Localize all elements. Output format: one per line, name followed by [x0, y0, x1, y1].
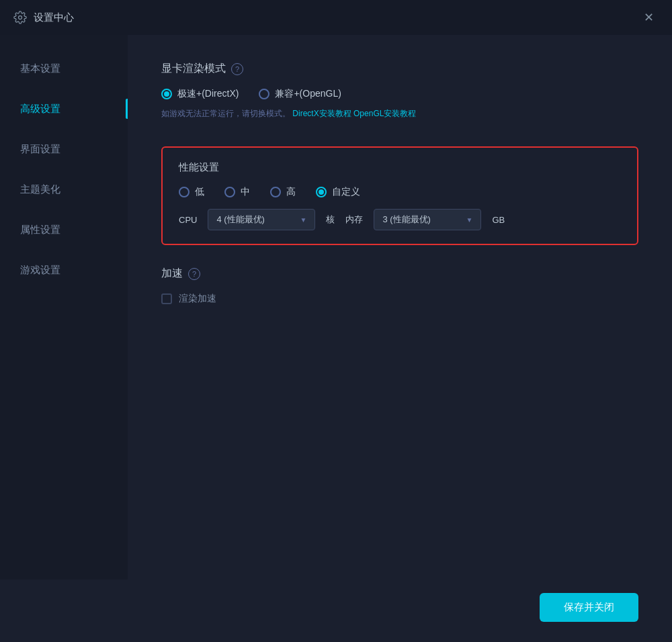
window: 设置中心 ✕ 基本设置 高级设置 界面设置 主题美化 属性设置 游戏设置	[0, 0, 672, 642]
sidebar-item-interface[interactable]: 界面设置	[0, 129, 128, 169]
accel-section: 加速 ? 渲染加速	[161, 267, 638, 305]
opengl-label: 兼容+(OpenGL)	[275, 88, 341, 100]
gpu-hint: 如游戏无法正常运行，请切换模式。 DirectX安装教程 OpenGL安装教程	[161, 108, 638, 120]
mem-dropdown-value: 3 (性能最优)	[382, 214, 431, 226]
sidebar-label-game: 游戏设置	[20, 264, 60, 277]
gpu-section-title: 显卡渲染模式 ?	[161, 62, 638, 76]
perf-section-title: 性能设置	[179, 161, 621, 174]
sidebar-item-game[interactable]: 游戏设置	[0, 250, 128, 290]
svg-point-0	[19, 16, 22, 19]
opengl-link[interactable]: OpenGL安装教程	[353, 109, 416, 118]
main-layout: 基本设置 高级设置 界面设置 主题美化 属性设置 游戏设置 显卡渲	[0, 35, 672, 580]
sidebar-item-advanced[interactable]: 高级设置	[0, 89, 128, 129]
cpu-dropdown-arrow: ▼	[300, 216, 307, 224]
directx-radio-dot	[164, 91, 169, 97]
perf-radio-group: 低 中 高 自定义	[179, 186, 621, 198]
gpu-section: 显卡渲染模式 ? 极速+(DirectX) 兼容+(OpenGL)	[161, 62, 638, 120]
accel-help-icon[interactable]: ?	[188, 268, 200, 280]
perf-high-label: 高	[286, 186, 296, 198]
gpu-help-icon[interactable]: ?	[231, 63, 243, 75]
accel-section-title: 加速 ?	[161, 267, 638, 281]
settings-icon	[13, 11, 27, 24]
cpu-dropdown-value: 4 (性能最优)	[216, 214, 265, 226]
perf-cpu-row: CPU 4 (性能最优) ▼ 核 内存 3 (性能最优) ▼ GB	[179, 209, 621, 230]
mem-dropdown[interactable]: 3 (性能最优) ▼	[374, 209, 481, 230]
cpu-unit: 核	[326, 214, 335, 226]
sidebar: 基本设置 高级设置 界面设置 主题美化 属性设置 游戏设置	[0, 35, 128, 580]
sidebar-item-attribute[interactable]: 属性设置	[0, 210, 128, 250]
render-accel-label: 渲染加速	[179, 293, 216, 305]
save-button[interactable]: 保存并关闭	[540, 593, 638, 622]
render-accel-checkbox[interactable]	[161, 293, 172, 304]
directx-radio[interactable]	[161, 89, 172, 99]
sidebar-label-basic: 基本设置	[20, 62, 60, 75]
sidebar-label-advanced: 高级设置	[20, 103, 60, 116]
perf-custom-radio-dot	[319, 189, 324, 195]
perf-high-radio[interactable]	[270, 187, 281, 197]
perf-low-radio[interactable]	[179, 187, 190, 197]
gpu-title-text: 显卡渲染模式	[161, 62, 226, 76]
cpu-dropdown[interactable]: 4 (性能最优) ▼	[208, 209, 315, 230]
directx-label: 极速+(DirectX)	[177, 88, 239, 100]
render-accel-option[interactable]: 渲染加速	[161, 293, 638, 305]
directx-link[interactable]: DirectX安装教程	[292, 109, 351, 118]
sidebar-label-theme: 主题美化	[20, 183, 60, 196]
footer: 保存并关闭	[0, 580, 672, 642]
window-title: 设置中心	[34, 11, 74, 24]
perf-custom-radio[interactable]	[316, 187, 327, 197]
title-bar: 设置中心 ✕	[0, 0, 672, 35]
mem-dropdown-arrow: ▼	[466, 216, 473, 224]
performance-section: 性能设置 低 中 高	[161, 146, 638, 245]
sidebar-item-basic[interactable]: 基本设置	[0, 48, 128, 89]
perf-low-option[interactable]: 低	[179, 186, 204, 198]
sidebar-label-attribute: 属性设置	[20, 224, 60, 236]
opengl-radio[interactable]	[259, 89, 269, 99]
perf-mid-label: 中	[241, 186, 250, 198]
perf-mid-option[interactable]: 中	[224, 186, 250, 198]
mem-label: 内存	[345, 214, 363, 226]
sidebar-item-theme[interactable]: 主题美化	[0, 169, 128, 210]
perf-custom-label: 自定义	[332, 186, 360, 198]
opengl-option[interactable]: 兼容+(OpenGL)	[259, 88, 341, 100]
cpu-label: CPU	[179, 215, 197, 225]
gpu-radio-group: 极速+(DirectX) 兼容+(OpenGL)	[161, 88, 638, 100]
perf-high-option[interactable]: 高	[270, 186, 296, 198]
perf-custom-option[interactable]: 自定义	[316, 186, 360, 198]
directx-option[interactable]: 极速+(DirectX)	[161, 88, 239, 100]
close-button[interactable]: ✕	[638, 7, 659, 28]
title-bar-left: 设置中心	[13, 11, 74, 24]
perf-mid-radio[interactable]	[224, 187, 235, 197]
mem-unit: GB	[492, 215, 505, 225]
sidebar-label-interface: 界面设置	[20, 143, 60, 156]
accel-title-text: 加速	[161, 267, 183, 281]
perf-low-label: 低	[195, 186, 204, 198]
content-area: 显卡渲染模式 ? 极速+(DirectX) 兼容+(OpenGL)	[128, 35, 672, 580]
